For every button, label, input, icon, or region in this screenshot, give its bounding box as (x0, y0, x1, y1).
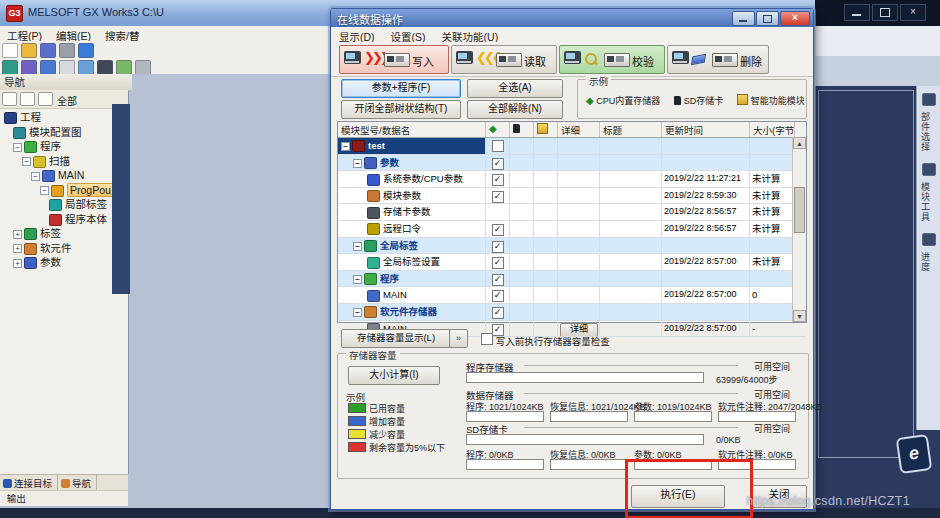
collapse-icon[interactable]: − (353, 242, 362, 251)
deselect-all-button[interactable]: 全部解除(N) (467, 100, 563, 119)
nav-tree-item-软元件[interactable]: +软元件 (0, 241, 128, 256)
table-row-软元件存储器[interactable]: −软元件存储器✓ (338, 304, 806, 321)
table-scrollbar[interactable]: ▲ ▼ (792, 137, 806, 322)
print-icon[interactable] (59, 43, 75, 58)
tree-expand-icon[interactable] (20, 92, 35, 106)
size-calculate-button[interactable]: 大小计算(I) (348, 366, 440, 385)
row-checkbox[interactable]: ✓ (492, 191, 504, 203)
row-checkbox[interactable] (492, 140, 504, 152)
new-file-icon[interactable] (2, 43, 18, 58)
find-icon[interactable] (97, 60, 113, 75)
open-close-all-tree-button[interactable]: 开闭全部树状结构(T) (341, 100, 461, 119)
read-button[interactable]: ❮❮❮读取 (451, 45, 557, 74)
collapse-icon[interactable]: − (353, 308, 362, 317)
legend-item-CPU内置存储器: ◆ CPU内置存储器 (586, 94, 660, 107)
dialog-titlebar[interactable]: 在线数据操作 × (331, 9, 813, 27)
capacity-check-checkbox[interactable] (481, 333, 493, 345)
scrollbar-thumb[interactable] (794, 187, 805, 233)
delete-button[interactable]: 删除 (667, 45, 769, 74)
param-program-button[interactable]: 参数+程序(F) (341, 79, 461, 98)
header-module-name[interactable]: 模块型号/数据名 (338, 122, 486, 137)
collapse-icon[interactable]: − (22, 157, 31, 166)
collapse-icon[interactable]: − (353, 275, 362, 284)
nav-tree-item-局部标签[interactable]: 局部标签 (0, 197, 128, 212)
nav-tree-item-标签[interactable]: +标签 (0, 226, 128, 241)
list-view-icon[interactable] (59, 60, 75, 75)
header-sd-card[interactable] (510, 122, 534, 137)
nav-tree-item-模块配置图[interactable]: 模块配置图 (0, 125, 128, 140)
collapse-icon[interactable]: − (40, 186, 49, 195)
expand-icon[interactable]: + (13, 259, 22, 268)
tree-view-icon[interactable] (2, 60, 18, 75)
dialog-maximize-button[interactable] (756, 11, 779, 26)
table-row-存储卡参数[interactable]: 存储卡参数2019/2/22 8:56:57未计算 (338, 204, 806, 221)
scroll-down-icon[interactable]: ▼ (793, 310, 806, 322)
table-icon[interactable] (116, 60, 132, 75)
nav-tree-item-MAIN[interactable]: −MAIN (0, 168, 128, 183)
gear-icon[interactable] (38, 92, 53, 106)
collapse-icon[interactable]: − (341, 142, 350, 151)
table-row-系统参数/CPU参数[interactable]: 系统参数/CPU参数✓2019/2/22 11:27:21未计算 (338, 171, 806, 188)
expand-icon[interactable]: + (13, 230, 22, 239)
table-row-全局标签[interactable]: −全局标签✓ (338, 238, 806, 255)
bg-close-button[interactable]: × (900, 4, 926, 21)
bg-minimize-button[interactable] (844, 4, 870, 21)
dock-tab-部件选择[interactable]: 部件选择 (919, 92, 939, 152)
header-update-time[interactable]: 更新时间 (662, 122, 750, 137)
row-checkbox[interactable]: ✓ (492, 174, 504, 186)
row-checkbox[interactable]: ✓ (492, 224, 504, 236)
table-row-test[interactable]: −test (338, 138, 806, 155)
row-checkbox[interactable]: ✓ (492, 241, 504, 253)
tab-导航[interactable]: 导航 (58, 475, 97, 490)
nav-scroll-strip[interactable] (112, 104, 130, 294)
header-title[interactable]: 标题 (600, 122, 662, 137)
save-all-icon[interactable] (21, 60, 37, 75)
open-file-icon[interactable] (21, 43, 37, 58)
header-intelligent-module[interactable] (534, 122, 558, 137)
header-detail[interactable]: 详细 (558, 122, 600, 137)
nav-tree-item-工程[interactable]: 工程 (0, 110, 128, 125)
dock-tab-模块工具[interactable]: 模块工具 (919, 162, 939, 222)
nav-tree-item-程序[interactable]: −程序 (0, 139, 128, 154)
collapse-icon[interactable]: − (353, 159, 362, 168)
memory-capacity-display-button[interactable]: 存储器容量显示(L) (341, 329, 451, 348)
bg-maximize-button[interactable] (872, 4, 898, 21)
table-row-程序[interactable]: −程序✓ (338, 271, 806, 288)
dialog-close-button[interactable]: × (780, 11, 810, 26)
row-checkbox[interactable]: ✓ (492, 158, 504, 170)
dialog-minimize-button[interactable] (732, 11, 755, 26)
dock-tab-进度[interactable]: 进度 (919, 232, 939, 272)
table-row-模块参数[interactable]: 模块参数✓2019/2/22 8:59:30未计算 (338, 188, 806, 205)
row-checkbox[interactable]: ✓ (492, 290, 504, 302)
nav-tree-item-参数[interactable]: +参数 (0, 255, 128, 270)
options-icon[interactable] (135, 60, 151, 75)
table-row-全局标签设置[interactable]: 全局标签设置✓2019/2/22 8:57:00未计算 (338, 254, 806, 271)
collapse-icon[interactable]: − (13, 143, 22, 152)
nav-filter-dropdown[interactable]: 全部 (57, 93, 77, 108)
row-checkbox[interactable]: ✓ (492, 274, 504, 286)
scroll-up-icon[interactable]: ▲ (793, 137, 806, 149)
row-checkbox[interactable]: ✓ (492, 257, 504, 269)
table-row-远程口令[interactable]: 远程口令✓2019/2/22 8:56:57未计算 (338, 221, 806, 238)
nav-tree-item-ProgPou[interactable]: −ProgPou (0, 183, 128, 198)
nav-tree-item-程序本体[interactable]: 程序本体 (0, 212, 128, 227)
select-all-button[interactable]: 全选(A) (467, 79, 563, 98)
header-cpu-memory[interactable]: ◆ (486, 122, 510, 137)
grid-view-icon[interactable] (78, 60, 94, 75)
row-checkbox[interactable]: ✓ (492, 307, 504, 319)
tab-连接目标[interactable]: 连接目标 (0, 475, 58, 490)
verify-button[interactable]: 校验 (559, 45, 665, 74)
expand-icon[interactable]: + (13, 244, 22, 253)
tab-output[interactable]: 输出 (0, 490, 128, 506)
table-row-MAIN[interactable]: MAIN✓2019/2/22 8:57:000 (338, 287, 806, 304)
header-size[interactable]: 大小(字节) (750, 122, 795, 137)
save-icon[interactable] (40, 43, 56, 58)
collapse-icon[interactable]: − (31, 172, 40, 181)
window-icon[interactable] (40, 60, 56, 75)
memory-display-chevron-button[interactable]: » (449, 329, 468, 348)
tree-collapse-icon[interactable] (2, 92, 17, 106)
help-icon[interactable] (78, 43, 94, 58)
write-button[interactable]: ❯❯❯写入 (339, 45, 449, 74)
table-row-参数[interactable]: −参数✓ (338, 155, 806, 172)
nav-tree-item-扫描[interactable]: −扫描 (0, 154, 128, 169)
